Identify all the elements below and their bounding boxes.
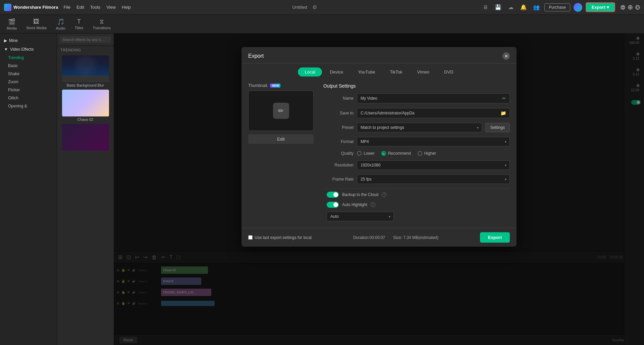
project-title-area: Untitled ⚙ (136, 3, 475, 12)
media-label: Media (7, 26, 17, 30)
quality-lower[interactable]: Lower (357, 151, 375, 156)
sidebar-item-opening[interactable]: Opening & (0, 102, 57, 110)
frame-rate-select[interactable]: 25 fps (357, 175, 510, 184)
folder-icon[interactable]: 📁 (500, 110, 506, 116)
tab-tiktok[interactable]: TikTok (383, 67, 409, 77)
sidebar-group-mine[interactable]: ▶ Mine (0, 36, 57, 45)
menu-edit[interactable]: Edit (76, 5, 84, 10)
trending-label: TRENDING (57, 46, 114, 54)
modal-close-button[interactable]: ✕ (502, 52, 510, 60)
people-icon[interactable]: 👥 (532, 3, 541, 12)
sidebar-group-video-effects[interactable]: ▼ Video Effects (0, 45, 57, 54)
backup-toggle-knob (333, 192, 338, 197)
quality-label: Quality (323, 151, 354, 156)
tab-dvd[interactable]: DVD (437, 67, 460, 77)
name-edit-icon[interactable]: ✏ (502, 96, 506, 101)
menu-file[interactable]: File (63, 5, 70, 10)
quality-higher[interactable]: Higher (418, 151, 436, 156)
duration-label: Duration:00:00:07 (353, 235, 385, 240)
output-settings-section: Output Settings Name ✏ Save to (323, 83, 510, 224)
effect-card-chaos[interactable]: Chaos 02 (62, 90, 109, 122)
frame-rate-label: Frame Rate (323, 177, 354, 182)
toolbar-transitions[interactable]: ⧖ Transitions (93, 18, 111, 30)
search-input[interactable] (60, 36, 111, 43)
preset-label: Preset (323, 125, 354, 130)
tab-youtube[interactable]: YouTube (351, 67, 382, 77)
tab-vimeo[interactable]: Vimeo (410, 67, 436, 77)
format-select[interactable]: MP4 (357, 137, 510, 146)
minimize-button[interactable]: ─ (621, 5, 625, 10)
project-settings-icon[interactable]: ⚙ (310, 3, 319, 12)
radio-higher (418, 151, 422, 156)
frame-rate-row: Frame Rate 25 fps ▾ (323, 175, 510, 184)
quality-options: Lower Recommend Hi (357, 151, 436, 156)
monitor-icon[interactable]: 🖥 (481, 3, 490, 12)
tab-local[interactable]: Local (298, 67, 322, 77)
format-row: Format MP4 ▾ (323, 137, 510, 146)
tab-device[interactable]: Device (323, 67, 350, 77)
sidebar-item-shake[interactable]: Shake (0, 70, 57, 78)
effect-card-blur[interactable]: Basic Background Blur (62, 55, 109, 88)
logo-icon (4, 4, 11, 11)
auto-highlight-info-icon[interactable]: ? (371, 202, 375, 207)
sidebar-item-flicker[interactable]: Flicker (0, 86, 57, 94)
quality-higher-label: Higher (424, 151, 436, 156)
toggle-section: Backup to the Cloud ? Auto Highlight ? (323, 189, 510, 224)
output-settings-title: Output Settings (323, 83, 510, 89)
frame-rate-select-wrapper: 25 fps ▾ (357, 175, 510, 184)
menu-help[interactable]: Help (122, 5, 131, 10)
blur-label: Basic Background Blur (62, 82, 109, 88)
cloud-icon[interactable]: ☁ (506, 3, 516, 12)
format-select-wrapper: MP4 ▾ (357, 137, 510, 146)
export-button-top[interactable]: Export ▾ (586, 2, 615, 12)
close-button[interactable]: ✕ (635, 5, 640, 10)
auto-highlight-toggle[interactable] (327, 202, 339, 208)
sidebar-item-glitch[interactable]: Glitch (0, 94, 57, 102)
menu-tools[interactable]: Tools (90, 5, 100, 10)
settings-button[interactable]: Settings (485, 123, 510, 132)
resolution-select[interactable]: 1920x1080 (357, 160, 510, 170)
backup-toggle[interactable] (327, 192, 339, 198)
opening-thumbnail (62, 124, 109, 151)
topbar-right: 🖥 💾 ☁ 🔔 👥 Purchase Export ▾ ─ □ ✕ (481, 2, 640, 12)
last-export-checkbox[interactable] (248, 235, 253, 240)
export-chevron-icon: ▾ (607, 5, 609, 10)
menu-view[interactable]: View (106, 5, 116, 10)
auto-select[interactable]: Auto (327, 212, 394, 221)
export-label: Export (592, 5, 605, 10)
edit-button[interactable]: Edit (248, 134, 314, 144)
video-effects-chevron-icon: ▼ (4, 47, 8, 52)
titles-icon: T (77, 18, 81, 25)
sidebar-item-trending[interactable]: Trending (0, 54, 57, 62)
backup-row: Backup to the Cloud ? (323, 192, 510, 198)
export-modal-button[interactable]: Export (480, 232, 510, 243)
auto-highlight-toggle-knob (333, 202, 338, 207)
sidebar-item-basic[interactable]: Basic (0, 62, 57, 70)
toolbar-audio[interactable]: 🎵 Audio (56, 18, 65, 30)
effect-card-opening[interactable] (62, 124, 109, 153)
mine-label: Mine (9, 38, 18, 43)
toolbar-stock-media[interactable]: 🖼 Stock Media (26, 18, 47, 30)
topbar: Wondershare Filmora File Edit Tools View… (0, 0, 644, 15)
toolbar-media[interactable]: 🎬 Media (7, 18, 17, 30)
save-icon[interactable]: 💾 (493, 3, 503, 12)
preset-select[interactable]: Match to project settings (357, 123, 482, 132)
modal-title: Export (248, 53, 264, 59)
name-input[interactable] (361, 96, 499, 101)
stock-media-label: Stock Media (26, 26, 47, 30)
thumbnail-pencil-icon: ✏ (273, 103, 289, 119)
backup-info-icon[interactable]: ? (382, 192, 386, 197)
sidebar-item-zoom[interactable]: Zoom (0, 78, 57, 86)
footer-info: Duration:00:00:07 Size: 7.34 MB(estimate… (317, 235, 475, 240)
purchase-button[interactable]: Purchase (544, 3, 570, 11)
thumbnail-box[interactable]: ✏ (248, 91, 314, 131)
preset-select-wrapper: Match to project settings ▾ (357, 123, 482, 132)
quality-row: Quality Lower Recomm (323, 151, 510, 156)
quality-recommend[interactable]: Recommend (381, 151, 411, 156)
maximize-button[interactable]: □ (628, 5, 633, 10)
bell-icon[interactable]: 🔔 (519, 3, 528, 12)
toolbar-titles[interactable]: T Titles (75, 18, 84, 30)
avatar[interactable] (574, 3, 582, 12)
export-modal: Export ✕ Local Device YouTube TikTok Vim… (241, 47, 517, 247)
video-effects-label: Video Effects (10, 47, 34, 52)
